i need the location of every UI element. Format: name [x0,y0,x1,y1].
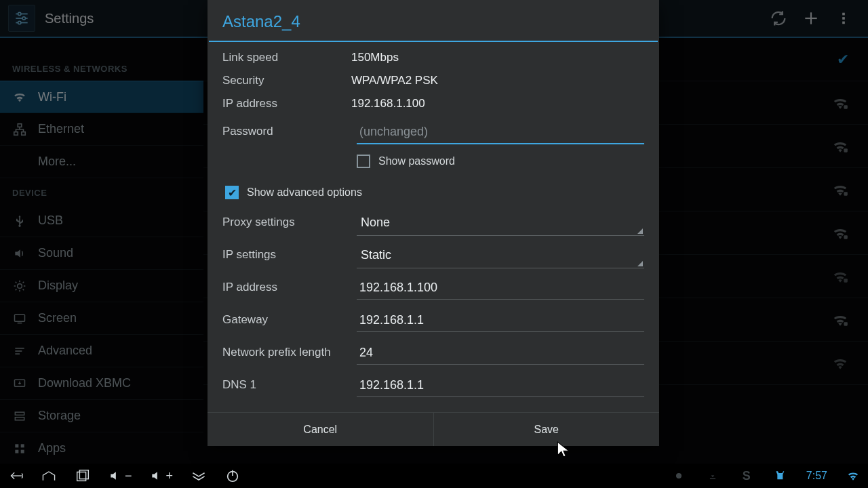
ip-settings-label: IP settings [222,248,357,262]
app-status-icon: S [738,468,755,484]
link-speed-row: Link speed 150Mbps [222,46,644,69]
prefix-label: Network prefix length [222,346,357,359]
wifi-status-icon [845,468,861,484]
download-status-icon [705,468,721,484]
password-label: Password [222,125,357,138]
ip-info-value: 192.168.1.100 [351,97,425,110]
dialog-body[interactable]: Link speed 150Mbps Security WPA/WPA2 PSK… [208,42,659,412]
collapse-button[interactable] [191,468,207,484]
gateway-label: Gateway [222,313,357,327]
show-password-row[interactable]: Show password [222,148,644,175]
proxy-settings-label: Proxy settings [222,216,357,229]
svg-rect-34 [79,470,88,479]
svg-rect-38 [710,479,715,479]
show-password-checkbox[interactable] [357,155,370,168]
prefix-row: Network prefix length [222,336,644,369]
back-button[interactable] [7,468,23,484]
dns1-row: DNS 1 [222,369,644,401]
wifi-network-dialog: Astana2_4 Link speed 150Mbps Security WP… [208,0,659,446]
proxy-settings-spinner[interactable]: None [357,209,644,236]
dns2-input[interactable] [357,405,644,412]
password-input[interactable] [357,119,644,144]
svg-point-37 [676,473,682,479]
cancel-button[interactable]: Cancel [208,413,433,446]
mouse-cursor-icon [556,441,571,458]
home-button[interactable] [41,468,57,484]
gateway-input[interactable] [357,308,644,332]
system-nav-bar: − + S 7:57 [0,464,868,488]
dns1-label: DNS 1 [222,378,357,392]
shopping-status-icon [772,468,789,484]
dialog-button-bar: Cancel Save [208,412,659,446]
dns2-row: DNS 2 [222,401,644,412]
recents-button[interactable] [75,468,91,484]
ip-address-label: IP address [222,281,357,294]
volume-up-button[interactable]: + [150,469,174,483]
link-speed-label: Link speed [222,51,351,64]
ip-settings-row: IP settings Static [222,239,644,271]
link-speed-value: 150Mbps [351,51,399,64]
prefix-input[interactable] [357,340,644,365]
ip-info-row: IP address 192.168.1.100 [222,92,644,115]
dialog-title: Astana2_4 [208,0,659,41]
show-advanced-label: Show advanced options [247,186,362,199]
status-dot-icon [671,468,687,484]
security-label: Security [222,74,351,87]
ip-address-row: IP address [222,271,644,304]
password-row: Password [222,115,644,148]
show-advanced-checkbox[interactable]: ✔ [225,186,239,199]
ip-settings-spinner[interactable]: Static [357,241,644,268]
show-password-label: Show password [378,155,455,167]
ip-info-label: IP address [222,97,351,110]
show-advanced-row[interactable]: ✔ Show advanced options [222,179,644,206]
gateway-row: Gateway [222,304,644,336]
svg-rect-33 [77,472,86,481]
security-value: WPA/WPA2 PSK [351,74,438,87]
ip-address-input[interactable] [357,275,644,300]
power-button[interactable] [224,468,241,484]
security-row: Security WPA/WPA2 PSK [222,69,644,92]
status-bar-clock: 7:57 [806,470,827,482]
proxy-settings-row: Proxy settings None [222,206,644,239]
volume-down-button[interactable]: − [108,469,132,483]
dns1-input[interactable] [357,373,644,397]
save-button[interactable]: Save [433,413,660,446]
